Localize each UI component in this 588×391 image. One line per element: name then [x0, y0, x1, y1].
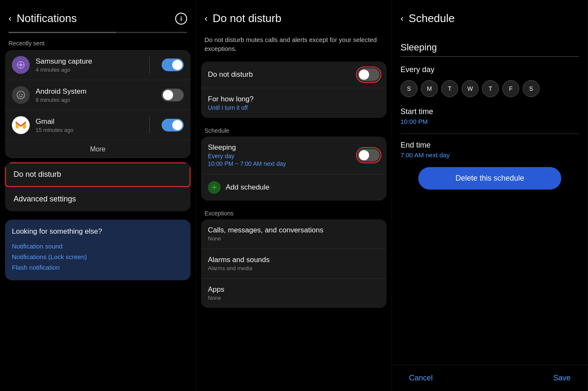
android-app-info: Android System 8 minutes ago — [36, 87, 156, 103]
android-toggle[interactable] — [162, 89, 184, 101]
day-monday[interactable]: M — [421, 80, 438, 97]
looking-card: Looking for something else? Notification… — [5, 220, 190, 280]
app-item-android[interactable]: Android System 8 minutes ago — [5, 80, 190, 110]
svg-point-6 — [17, 91, 25, 99]
calls-sub: None — [208, 235, 380, 242]
progress-fill — [8, 32, 116, 33]
apps-row[interactable]: Apps None — [201, 279, 386, 308]
schedule-panel: ‹ Schedule Every day S M T W T F S Start… — [392, 0, 588, 391]
plus-icon: + — [208, 181, 221, 194]
android-app-time: 8 minutes ago — [36, 97, 156, 103]
add-schedule-row[interactable]: + Add schedule — [201, 174, 386, 201]
advanced-settings-label: Advanced settings — [14, 195, 76, 204]
days-row: S M T W T F S — [400, 80, 579, 97]
toggle-thumb — [163, 90, 173, 100]
alarms-info: Alarms and sounds Alarms and media — [208, 256, 380, 271]
menu-card: Do not disturb Advanced settings — [5, 162, 190, 211]
gmail-toggle[interactable] — [162, 119, 184, 131]
sleeping-sub1: Every day — [208, 153, 353, 159]
panel3-header: ‹ Schedule — [392, 0, 588, 32]
android-icon — [12, 86, 30, 104]
add-schedule-text: Add schedule — [226, 183, 269, 192]
day-thursday[interactable]: T — [482, 80, 499, 97]
samsung-app-info: Samsung capture 4 minutes ago — [36, 57, 143, 73]
notification-sound-link[interactable]: Notification sound — [12, 241, 184, 251]
samsung-app-name: Samsung capture — [36, 57, 143, 66]
samsung-toggle[interactable] — [162, 59, 184, 71]
svg-point-8 — [22, 94, 23, 95]
calls-title: Calls, messages, and conversations — [208, 226, 380, 235]
day-wednesday[interactable]: W — [462, 80, 479, 97]
toggle-thumb — [172, 120, 182, 130]
divider — [149, 56, 150, 73]
recently-sent-label: Recently sent — [0, 40, 196, 50]
day-tuesday[interactable]: T — [441, 80, 458, 97]
gmail-app-info: Gmail 15 minutes ago — [36, 117, 143, 133]
delete-schedule-button[interactable]: Delete this schedule — [418, 167, 561, 190]
toggle-thumb — [359, 150, 369, 160]
exceptions-section: Calls, messages, and conversations None … — [201, 219, 386, 308]
toggle-thumb — [172, 60, 182, 70]
start-time-value: 10:00 PM — [400, 118, 579, 125]
alarms-row[interactable]: Alarms and sounds Alarms and media — [201, 249, 386, 279]
panel3-title: Schedule — [409, 12, 579, 25]
start-time-label: Start time — [400, 107, 579, 116]
schedule-section-label: Schedule — [196, 122, 392, 137]
apps-info: Apps None — [208, 285, 380, 301]
more-button[interactable]: More — [5, 140, 190, 158]
app-item-samsung[interactable]: Samsung capture 4 minutes ago — [5, 50, 190, 80]
schedule-frequency: Every day — [400, 65, 579, 74]
end-time-label: End time — [400, 141, 579, 150]
dnd-panel: ‹ Do not disturb Do not disturb mutes ca… — [196, 0, 392, 391]
schedule-name-input[interactable] — [400, 40, 579, 57]
sleeping-info: Sleeping Every day 10:00 PM ~ 7:00 AM ne… — [208, 143, 353, 167]
apps-card: Samsung capture 4 minutes ago Android Sy… — [5, 50, 190, 158]
dnd-row-title: Do not disturb — [208, 70, 353, 79]
exceptions-label: Exceptions — [196, 205, 392, 219]
notifications-lock-screen-link[interactable]: Notifications (Lock screen) — [12, 251, 184, 262]
samsung-icon — [12, 56, 30, 74]
cancel-button[interactable]: Cancel — [409, 374, 433, 383]
gmail-icon — [12, 116, 30, 134]
schedule-footer: Cancel Save — [392, 365, 588, 391]
toggle-thumb — [359, 70, 369, 80]
day-friday[interactable]: F — [502, 80, 519, 97]
start-time-section[interactable]: Start time 10:00 PM — [400, 107, 579, 125]
apps-title: Apps — [208, 285, 380, 294]
looking-title: Looking for something else? — [12, 227, 184, 236]
gmail-app-time: 15 minutes ago — [36, 127, 143, 133]
sleeping-row[interactable]: Sleeping Every day 10:00 PM ~ 7:00 AM ne… — [201, 137, 386, 174]
save-button[interactable]: Save — [553, 374, 571, 383]
panel3-back-arrow[interactable]: ‹ — [400, 13, 403, 24]
dnd-label: Do not disturb — [14, 170, 61, 179]
calls-row[interactable]: Calls, messages, and conversations None — [201, 219, 386, 249]
for-how-long-sub: Until I turn it off — [208, 104, 380, 111]
schedule-section: Sleeping Every day 10:00 PM ~ 7:00 AM ne… — [201, 137, 386, 201]
advanced-settings-menu-item[interactable]: Advanced settings — [5, 187, 190, 211]
sleeping-title: Sleeping — [208, 143, 353, 152]
panel2-header: ‹ Do not disturb — [196, 0, 392, 32]
for-how-long-row[interactable]: For how long? Until I turn it off — [201, 88, 386, 118]
dnd-toggle-row[interactable]: Do not disturb — [201, 61, 386, 88]
day-saturday[interactable]: S — [523, 80, 540, 97]
divider — [400, 134, 579, 134]
info-icon[interactable]: i — [175, 13, 187, 25]
for-how-long-info: For how long? Until I turn it off — [208, 95, 380, 111]
end-time-section[interactable]: End time 7:00 AM next day — [400, 141, 579, 159]
flash-notification-link[interactable]: Flash notification — [12, 262, 184, 273]
scroll-indicator — [8, 32, 187, 33]
svg-point-1 — [20, 64, 22, 66]
app-item-gmail[interactable]: Gmail 15 minutes ago — [5, 110, 190, 140]
samsung-app-time: 4 minutes ago — [36, 67, 143, 73]
dnd-description: Do not disturb mutes calls and alerts ex… — [196, 32, 392, 61]
back-arrow-icon[interactable]: ‹ — [8, 13, 11, 24]
do-not-disturb-menu-item[interactable]: Do not disturb — [5, 162, 190, 187]
dnd-main-toggle[interactable] — [358, 68, 380, 81]
end-time-value: 7:00 AM next day — [400, 151, 579, 159]
sleeping-toggle[interactable] — [358, 149, 380, 162]
sleeping-sub2: 10:00 PM ~ 7:00 AM next day — [208, 160, 353, 167]
day-sunday[interactable]: S — [400, 80, 417, 97]
notifications-panel: ‹ Notifications i Recently sent Samsung … — [0, 0, 196, 391]
for-how-long-title: For how long? — [208, 95, 380, 103]
panel2-back-arrow[interactable]: ‹ — [204, 13, 207, 24]
